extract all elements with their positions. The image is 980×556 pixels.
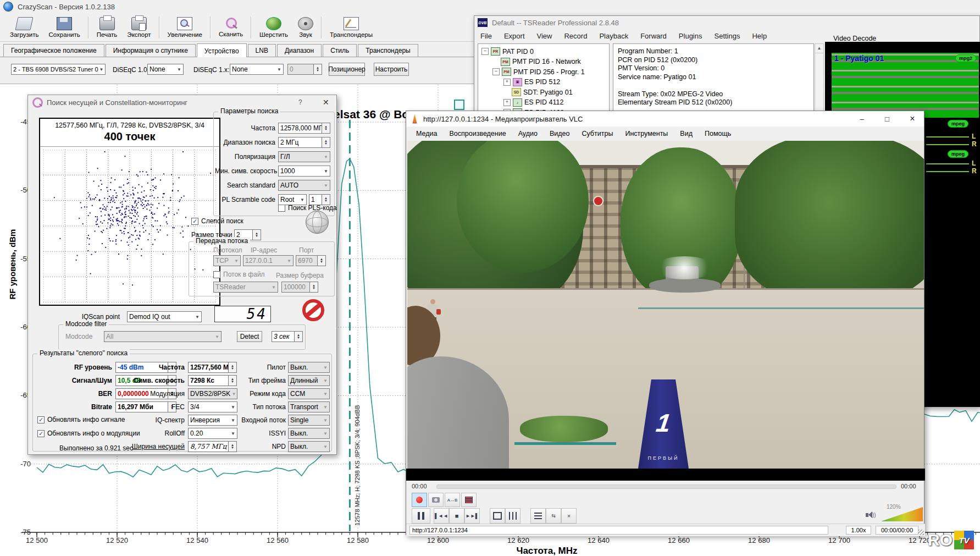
- result-select[interactable]: Длинный▼: [288, 375, 330, 386]
- snapshot-button[interactable]: [428, 493, 444, 507]
- shuffle-button[interactable]: ×: [561, 508, 577, 524]
- param-select-5[interactable]: AUTO▼: [278, 180, 330, 191]
- playlist-button[interactable]: [530, 508, 546, 524]
- detect-button[interactable]: Detect: [237, 331, 262, 342]
- tsreader-menu-view[interactable]: View: [532, 31, 557, 41]
- stream-url-field[interactable]: http://127.0.0.1:1234: [409, 526, 828, 535]
- port-spinner[interactable]: ▲▼: [317, 255, 326, 266]
- dot-size-spinner[interactable]: ▲▼: [252, 229, 261, 240]
- vlc-video-area[interactable]: 1 ПЕРВЫЙ: [407, 141, 924, 469]
- dialog-titlebar[interactable]: Поиск несущей и Constellation-мониторинг: [28, 95, 336, 109]
- result-select[interactable]: DVBS2/8PSK▼: [188, 388, 237, 399]
- volume-icon[interactable]: )): [866, 511, 876, 518]
- vlc-menu-аудио[interactable]: Аудио: [513, 128, 543, 139]
- tree-item[interactable]: −PMPMT PID 256 - Progr. 1: [492, 68, 585, 76]
- detect-interval-field[interactable]: 3 сек: [272, 331, 295, 342]
- tree-item[interactable]: SDSDT: Pyatigo 01: [503, 88, 573, 96]
- ip-select[interactable]: 127.0.0.1▼: [243, 255, 294, 266]
- vlc-titlebar[interactable]: http://127.0.0.1:1234 - Медиапроигрывате…: [406, 111, 924, 126]
- modcode-select[interactable]: All▼: [104, 331, 222, 342]
- checkbox-box[interactable]: ✓: [37, 430, 45, 437]
- stop-icon[interactable]: [302, 299, 324, 321]
- vlc-menu-медиа[interactable]: Медиа: [411, 128, 442, 139]
- protocol-select[interactable]: TCP▼: [213, 255, 241, 266]
- equalizer-button[interactable]: [505, 508, 521, 524]
- tsreader-menu-forward[interactable]: Forward: [635, 31, 672, 41]
- fullscreen-button[interactable]: [490, 508, 505, 524]
- dialog-close-button[interactable]: ✕: [323, 98, 329, 107]
- result-select[interactable]: 3/4▼: [188, 401, 237, 412]
- frame-button[interactable]: [461, 493, 477, 507]
- tsreader-menu-plugins[interactable]: Plugins: [674, 31, 707, 41]
- result-select[interactable]: Выкл.▼: [288, 362, 330, 373]
- param-field-2[interactable]: 2 МГц: [278, 137, 322, 148]
- param-select-3[interactable]: Г/Л▼: [278, 151, 330, 162]
- vlc-menu-инструменты[interactable]: Инструменты: [619, 128, 673, 139]
- stop-button[interactable]: ■: [449, 508, 464, 524]
- tree-item[interactable]: +▣ES PID 512: [503, 78, 560, 86]
- checkbox-box[interactable]: ✓: [37, 416, 45, 423]
- result-select[interactable]: Инверсия▼: [188, 415, 237, 426]
- tree-item[interactable]: +♪ES PID 4112: [503, 98, 563, 107]
- close-button[interactable]: ×: [903, 112, 922, 126]
- param-field-1[interactable]: 12578,000 МГц: [278, 123, 322, 134]
- tsreader-titlebar[interactable]: DVB Default -- TSReader Professional 2.8…: [474, 16, 979, 29]
- expand-toggle[interactable]: +: [503, 99, 511, 106]
- checkbox-box[interactable]: ✓: [191, 218, 198, 225]
- buffer-spinner[interactable]: ▲▼: [309, 282, 318, 293]
- checkbox-box[interactable]: [213, 271, 220, 278]
- blind-search-checkbox[interactable]: ✓ Слепой поиск: [191, 217, 243, 225]
- pat-icon: PR: [491, 47, 500, 56]
- tsreader-menu-export[interactable]: Export: [499, 31, 530, 41]
- pl-scramble-spinner[interactable]: ▲▼: [322, 194, 330, 205]
- loop-ab-button[interactable]: A↔B: [445, 493, 460, 507]
- expand-toggle[interactable]: −: [492, 68, 500, 75]
- result-select[interactable]: CCM▼: [288, 388, 330, 399]
- tsreader-menu-record[interactable]: Record: [559, 31, 592, 41]
- minimize-button[interactable]: –: [852, 112, 871, 126]
- result-select[interactable]: Transport▼: [288, 401, 330, 412]
- expand-toggle[interactable]: +: [503, 79, 511, 86]
- vlc-menu-вид[interactable]: Вид: [674, 128, 698, 139]
- resize-grip[interactable]: [918, 530, 924, 535]
- port-field[interactable]: 6970: [296, 255, 318, 266]
- record-button[interactable]: [412, 493, 427, 507]
- vlc-menu-помощь[interactable]: Помощь: [699, 128, 737, 139]
- tsreader-menu-file[interactable]: File: [475, 31, 497, 41]
- param-select-4[interactable]: 1000▼: [278, 166, 330, 177]
- vlc-menu-видео[interactable]: Видео: [544, 128, 575, 139]
- seek-slider[interactable]: [436, 485, 896, 489]
- vlc-menu-субтитры[interactable]: Субтитры: [576, 128, 618, 139]
- tree-item[interactable]: PMPMT PID 16 - Network: [492, 58, 581, 66]
- result-select[interactable]: Выкл.▼: [288, 441, 330, 452]
- update-info-checkbox[interactable]: ✓Обновлять инфо сигнале: [37, 416, 125, 423]
- chart-marker-square[interactable]: [454, 100, 464, 110]
- maximize-button[interactable]: □: [878, 112, 896, 126]
- tsreader-menu-help[interactable]: Help: [747, 31, 772, 41]
- stream-to-file-checkbox[interactable]: Поток в файл: [213, 271, 265, 278]
- iqscan-select[interactable]: Demod IQ out▼: [127, 311, 202, 322]
- tree-item[interactable]: −PRPAT PID 0: [481, 47, 534, 56]
- reader-select[interactable]: TSReader▼: [213, 282, 278, 293]
- dialog-help-button[interactable]: ?: [298, 98, 302, 106]
- pause-button[interactable]: [412, 508, 430, 524]
- result-select[interactable]: Single▼: [288, 415, 330, 426]
- spinner[interactable]: ▲▼: [322, 123, 330, 134]
- playback-rate[interactable]: 1.00x: [846, 526, 871, 535]
- expand-toggle[interactable]: −: [481, 48, 489, 55]
- tsreader-menu-playback[interactable]: Playback: [594, 31, 633, 41]
- result-select[interactable]: Выкл.▼: [288, 428, 330, 439]
- result-select[interactable]: 0.20▼: [188, 428, 237, 439]
- vlc-menu-воспроизведение[interactable]: Воспроизведение: [444, 128, 511, 139]
- previous-button[interactable]: ▌◄◄: [434, 508, 449, 524]
- checkbox-box[interactable]: [278, 205, 285, 212]
- pl-scramble-code-field[interactable]: 1: [309, 194, 322, 205]
- spinner[interactable]: ▲▼: [322, 137, 330, 148]
- tsreader-menu-settings[interactable]: Settings: [709, 31, 745, 41]
- next-button[interactable]: ►►▌: [464, 508, 480, 524]
- pl-scramble-select[interactable]: Root▼: [278, 194, 307, 205]
- pls-search-checkbox[interactable]: Поиск PLS-кода: [278, 204, 337, 212]
- detect-interval-spinner[interactable]: ▲▼: [294, 331, 303, 342]
- loop-button[interactable]: ⇆: [546, 508, 561, 524]
- buffer-field[interactable]: 100000: [281, 282, 310, 293]
